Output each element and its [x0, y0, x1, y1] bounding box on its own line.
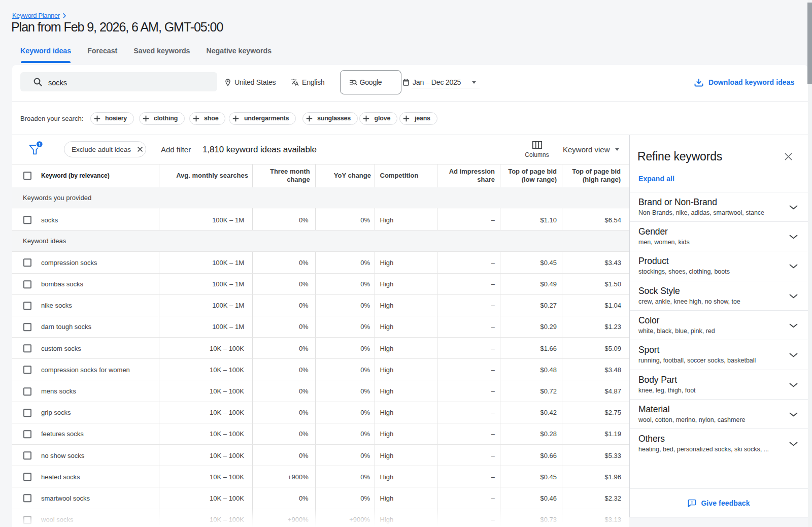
- svg-text:1: 1: [38, 142, 41, 147]
